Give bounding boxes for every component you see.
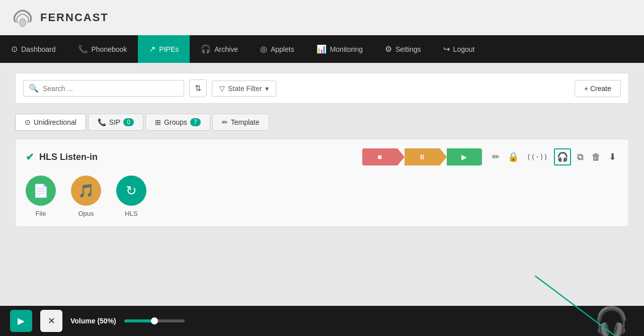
player-stop-button[interactable]: ✕ — [40, 310, 62, 332]
hls-node-icon: ↻ — [126, 183, 137, 199]
lock-icon[interactable]: 🔒 — [506, 149, 521, 164]
state-filter-label: State Filter — [228, 85, 262, 93]
tab-label-groups: Groups — [164, 118, 187, 126]
sip-icon: 📞 — [98, 118, 106, 126]
dropdown-chevron-icon: ▾ — [265, 85, 269, 93]
delete-icon[interactable]: 🗑 — [590, 150, 603, 164]
status-progress-bar: ■ ⏸ ▶ — [362, 148, 482, 165]
monitoring-icon: 📊 — [316, 44, 327, 54]
nav-label-phonebook: Phonebook — [92, 45, 127, 53]
nav-item-pipes[interactable]: ↗ PIPEs — [138, 35, 190, 63]
player-play-button[interactable]: ▶ — [10, 310, 32, 332]
tab-label-unidirectional: Unidirectional — [34, 118, 76, 126]
node-hls: ↻ HLS — [116, 176, 146, 217]
nodes-row: 📄 File 🎵 Opus ↻ HLS — [26, 176, 618, 217]
main-content: 🔍 ⇅ ▽ State Filter ▾ + Create ⊙ Unidirec… — [0, 63, 644, 313]
export-icon[interactable]: ⬇ — [607, 149, 618, 164]
tab-unidirectional[interactable]: ⊙ Unidirectional — [15, 114, 86, 131]
archive-icon: 🎧 — [201, 44, 211, 54]
pause-arrow — [440, 148, 447, 165]
volume-slider[interactable] — [124, 319, 185, 322]
annotation-area — [193, 306, 586, 336]
sort-button[interactable]: ⇅ — [189, 79, 207, 97]
phonebook-icon: 📞 — [78, 44, 88, 54]
nav-item-dashboard[interactable]: ⊙ Dashboard — [0, 35, 67, 63]
tab-template[interactable]: ✏ Template — [212, 114, 269, 131]
nav-item-applets[interactable]: ◎ Applets — [249, 35, 305, 63]
applets-icon: ◎ — [260, 44, 267, 54]
template-icon: ✏ — [222, 118, 228, 126]
volume-thumb[interactable] — [151, 317, 158, 324]
tab-label-template: Template — [231, 118, 260, 126]
pipes-icon: ↗ — [149, 44, 155, 54]
brand-name: FERNCAST — [40, 11, 109, 24]
node-hls-circle: ↻ — [116, 176, 146, 206]
search-box: 🔍 — [23, 80, 184, 97]
pipe-controls-area: ■ ⏸ ▶ ✏ 🔒 ((·)) 🎧 ⧉ — [362, 148, 618, 165]
settings-icon: ⚙ — [385, 44, 392, 54]
nav-label-dashboard: Dashboard — [21, 45, 56, 53]
play-segment: ▶ — [447, 148, 482, 165]
file-node-icon: 📄 — [33, 183, 49, 199]
nav-label-monitoring: Monitoring — [330, 45, 363, 53]
stop-icon: ■ — [378, 153, 382, 161]
nav-label-pipes: PIPEs — [159, 45, 179, 53]
pipe-title: ✔ HLS Listen-in — [26, 151, 98, 163]
nav-label-applets: Applets — [271, 45, 294, 53]
svg-point-0 — [20, 19, 26, 27]
search-icon-button[interactable]: 🔍 — [29, 83, 39, 93]
volume-fill — [124, 319, 154, 322]
volume-label: Volume (50%) — [70, 317, 116, 325]
create-button[interactable]: + Create — [575, 80, 621, 97]
node-file-label: File — [36, 210, 46, 217]
stop-arrow — [397, 148, 405, 165]
node-file-circle: 📄 — [26, 176, 56, 206]
logo-area: FERNCAST — [10, 8, 109, 28]
logout-icon: ↪ — [443, 44, 450, 54]
stop-segment: ■ — [362, 148, 397, 165]
opus-node-icon: 🎵 — [78, 183, 94, 199]
pause-segment: ⏸ — [405, 148, 440, 165]
nav-label-logout: Logout — [453, 45, 475, 53]
nav-item-monitoring[interactable]: 📊 Monitoring — [305, 35, 374, 63]
headphone-large-icon: 🎧 — [594, 307, 629, 335]
nav-bar: ⊙ Dashboard 📞 Phonebook ↗ PIPEs 🎧 Archiv… — [0, 35, 644, 63]
unidirectional-icon: ⊙ — [25, 118, 31, 126]
state-filter-button[interactable]: ▽ State Filter ▾ — [212, 80, 276, 97]
pipe-card: ✔ HLS Listen-in ■ ⏸ ▶ — [15, 139, 629, 227]
node-hls-label: HLS — [125, 210, 137, 217]
groups-icon: ⊞ — [155, 118, 161, 126]
node-opus-label: Opus — [78, 210, 94, 217]
edit-icon[interactable]: ✏ — [490, 149, 502, 164]
pipe-card-header: ✔ HLS Listen-in ■ ⏸ ▶ — [26, 148, 618, 165]
search-input[interactable] — [43, 85, 179, 93]
groups-badge: 7 — [190, 118, 201, 126]
toolbar: 🔍 ⇅ ▽ State Filter ▾ + Create — [15, 73, 629, 104]
broadcast-icon[interactable]: ((·)) — [525, 151, 550, 163]
listen-icon[interactable]: 🎧 — [554, 148, 571, 165]
filter-icon: ▽ — [219, 85, 225, 93]
nav-item-settings[interactable]: ⚙ Settings — [374, 35, 432, 63]
player-bar: ▶ ✕ Volume (50%) 🎧 — [0, 306, 644, 336]
nav-item-phonebook[interactable]: 📞 Phonebook — [67, 35, 138, 63]
node-opus-circle: 🎵 — [71, 176, 101, 206]
tab-groups[interactable]: ⊞ Groups 7 — [145, 114, 210, 131]
nav-label-settings: Settings — [395, 45, 421, 53]
play-icon: ▶ — [461, 153, 467, 161]
node-opus: 🎵 Opus — [71, 176, 101, 217]
copy-icon[interactable]: ⧉ — [575, 150, 586, 164]
sip-badge: 0 — [123, 118, 134, 126]
tab-sip[interactable]: 📞 SIP 0 — [88, 114, 143, 131]
pause-icon: ⏸ — [419, 153, 426, 161]
tab-label-sip: SIP — [109, 118, 121, 126]
pipe-name: HLS Listen-in — [39, 152, 98, 162]
status-check-icon: ✔ — [26, 151, 34, 163]
node-file: 📄 File — [26, 176, 56, 217]
nav-item-archive[interactable]: 🎧 Archive — [190, 35, 249, 63]
logo-icon — [10, 8, 35, 28]
nav-item-logout[interactable]: ↪ Logout — [432, 35, 486, 63]
top-bar: FERNCAST — [0, 0, 644, 35]
nav-label-archive: Archive — [214, 45, 238, 53]
dashboard-icon: ⊙ — [11, 44, 18, 54]
tabs-row: ⊙ Unidirectional 📞 SIP 0 ⊞ Groups 7 ✏ Te… — [15, 114, 629, 131]
